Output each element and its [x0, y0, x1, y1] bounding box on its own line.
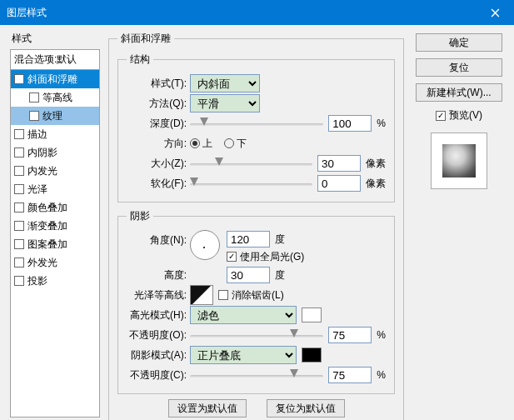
blending-options-row[interactable]: 混合选项:默认: [10, 49, 100, 69]
highlight-color-swatch[interactable]: [302, 308, 322, 322]
blending-options-label: 混合选项:默认: [14, 53, 77, 65]
highlight-opacity-input[interactable]: [328, 327, 372, 343]
shadow-opacity-slider[interactable]: [190, 370, 323, 380]
effect-stroke[interactable]: 描边: [11, 125, 99, 143]
checkbox-inner-glow[interactable]: [14, 166, 24, 176]
checkbox-contour[interactable]: [29, 92, 39, 102]
soften-slider[interactable]: [190, 178, 312, 188]
bevel-emboss-group: 斜面和浮雕 结构 样式(T): 内斜面 方法(Q): 平滑 深度(D):: [108, 32, 404, 420]
direction-label: 方向:: [127, 137, 190, 151]
shading-group: 阴影 角度(N): 度 使用全局光(G): [117, 209, 395, 394]
structure-group: 结构 样式(T): 内斜面 方法(Q): 平滑 深度(D):: [117, 52, 395, 202]
style-select[interactable]: 内斜面: [190, 74, 260, 92]
gloss-contour-picker[interactable]: [190, 285, 213, 305]
shadow-color-swatch[interactable]: [302, 348, 322, 362]
depth-slider[interactable]: [190, 118, 323, 128]
preview-checkbox[interactable]: [436, 111, 446, 121]
effect-inner-glow[interactable]: 内发光: [11, 162, 99, 180]
checkbox-stroke[interactable]: [14, 129, 24, 139]
depth-unit: %: [377, 118, 386, 129]
angle-dial[interactable]: [190, 230, 220, 260]
effect-satin[interactable]: 光泽: [11, 180, 99, 198]
soften-label: 软化(F):: [127, 177, 190, 191]
technique-label: 方法(Q):: [127, 97, 190, 111]
angle-unit: 度: [275, 232, 285, 247]
close-icon: [491, 8, 500, 18]
new-style-button[interactable]: 新建样式(W)...: [416, 83, 502, 102]
structure-legend: 结构: [127, 52, 153, 67]
close-button[interactable]: [477, 0, 514, 25]
effect-pattern-overlay[interactable]: 图案叠加: [11, 235, 99, 253]
checkbox-pattern-overlay[interactable]: [14, 239, 24, 249]
direction-up-label: 上: [202, 137, 212, 151]
size-label: 大小(Z):: [127, 157, 190, 171]
checkbox-bevel[interactable]: [14, 74, 24, 84]
effect-texture[interactable]: 纹理: [11, 107, 99, 125]
effect-gradient-overlay[interactable]: 渐变叠加: [11, 217, 99, 235]
direction-down-label: 下: [237, 137, 247, 151]
reset-default-button[interactable]: 复位为默认值: [267, 399, 345, 418]
reset-button[interactable]: 复位: [416, 58, 502, 77]
preview-label: 预览(V): [449, 108, 482, 122]
global-light-checkbox[interactable]: [227, 252, 237, 262]
size-input[interactable]: [317, 155, 361, 172]
effect-inner-shadow[interactable]: 内阴影: [11, 143, 99, 162]
shadow-opacity-label: 不透明度(C):: [127, 368, 190, 382]
ok-button[interactable]: 确定: [416, 33, 502, 52]
antialias-checkbox[interactable]: [218, 290, 228, 300]
effect-outer-glow[interactable]: 外发光: [11, 253, 99, 272]
highlight-mode-label: 高光模式(H):: [127, 308, 190, 322]
checkbox-texture[interactable]: [29, 111, 39, 121]
checkbox-outer-glow[interactable]: [14, 258, 24, 268]
technique-select[interactable]: 平滑: [190, 94, 260, 112]
bevel-legend: 斜面和浮雕: [117, 32, 174, 46]
altitude-unit: 度: [275, 268, 285, 282]
styles-heading: 样式: [10, 32, 100, 46]
depth-input[interactable]: [328, 115, 372, 132]
depth-label: 深度(D):: [127, 117, 190, 131]
gloss-contour-label: 光泽等高线:: [127, 288, 190, 302]
shadow-opacity-input[interactable]: [328, 367, 372, 383]
effect-contour[interactable]: 等高线: [11, 88, 99, 107]
soften-input[interactable]: [317, 175, 361, 192]
checkbox-color-overlay[interactable]: [14, 202, 24, 212]
shadow-mode-label: 阴影模式(A):: [127, 348, 190, 362]
preview-thumbnail: [431, 132, 487, 189]
soften-unit: 像素: [366, 177, 386, 191]
shadow-mode-select[interactable]: 正片叠底: [190, 346, 297, 364]
highlight-mode-select[interactable]: 滤色: [190, 306, 297, 324]
effect-drop-shadow[interactable]: 投影: [11, 272, 99, 290]
altitude-label: 高度:: [127, 268, 190, 282]
angle-input[interactable]: [227, 231, 270, 248]
checkbox-drop-shadow[interactable]: [14, 276, 24, 286]
checkbox-satin[interactable]: [14, 184, 24, 194]
highlight-opacity-label: 不透明度(O):: [127, 328, 190, 342]
altitude-input[interactable]: [227, 267, 270, 283]
antialias-label: 消除锯齿(L): [232, 288, 284, 302]
highlight-opacity-slider[interactable]: [190, 330, 323, 340]
size-slider[interactable]: [190, 158, 312, 168]
window-title: 图层样式: [7, 6, 47, 20]
checkbox-gradient-overlay[interactable]: [14, 221, 24, 231]
direction-down-radio[interactable]: [224, 138, 234, 148]
shading-legend: 阴影: [127, 209, 153, 223]
direction-up-radio[interactable]: [190, 138, 200, 148]
checkbox-inner-shadow[interactable]: [14, 148, 24, 158]
angle-label: 角度(N):: [127, 230, 190, 248]
style-label: 样式(T):: [127, 77, 190, 91]
size-unit: 像素: [366, 157, 386, 171]
make-default-button[interactable]: 设置为默认值: [168, 399, 247, 418]
effect-color-overlay[interactable]: 颜色叠加: [11, 198, 99, 217]
global-light-label: 使用全局光(G): [240, 250, 304, 264]
effects-list: 斜面和浮雕 等高线 纹理 描边 内阴影 内发光: [10, 69, 100, 418]
effect-bevel[interactable]: 斜面和浮雕: [11, 70, 99, 88]
